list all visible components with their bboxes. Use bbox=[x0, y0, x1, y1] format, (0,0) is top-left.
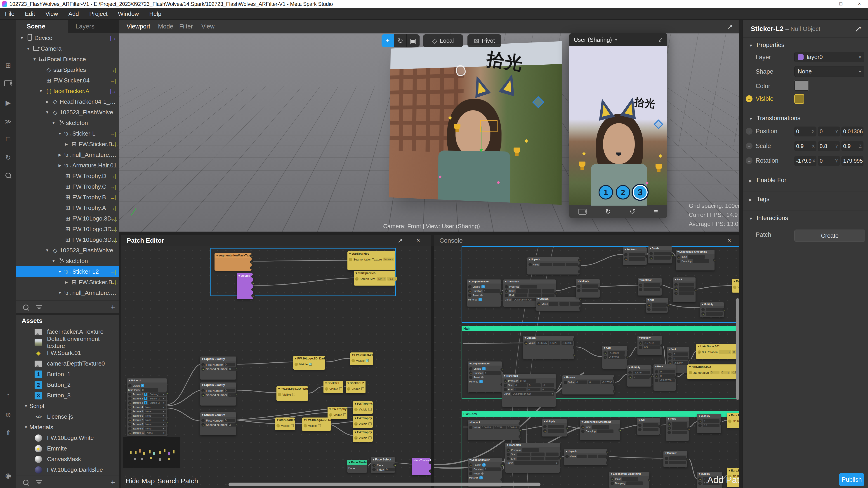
input-port[interactable]: → bbox=[325, 387, 328, 391]
input-port[interactable]: → bbox=[469, 426, 472, 429]
input-port[interactable]: → bbox=[372, 464, 376, 467]
node-header[interactable]: ▾ FW.Trophy.A bbox=[353, 416, 373, 421]
patch-node-unpack-hair-2[interactable]: ▾ Unpack→Value00-0.17838→→→ bbox=[562, 375, 614, 394]
node-header[interactable]: ▾ Face Finder bbox=[347, 460, 367, 465]
asset-item-default-environment-texture[interactable]: Default environment texture bbox=[16, 337, 119, 348]
value-field[interactable]: 0 bbox=[514, 388, 526, 391]
menu-help[interactable]: Help bbox=[149, 10, 161, 18]
node-header[interactable]: ▾ Transition bbox=[502, 374, 556, 378]
input-port[interactable]: → bbox=[674, 292, 678, 295]
patch-node-face-select[interactable]: ▾ Face Select→Face→Index0→ bbox=[371, 457, 395, 473]
input-port[interactable]: → bbox=[581, 425, 585, 429]
input-port[interactable]: → bbox=[638, 428, 642, 431]
input-port[interactable]: → bbox=[294, 363, 298, 366]
section-interactions[interactable]: ▼Interactions bbox=[749, 215, 788, 222]
scale-port-icon[interactable]: → bbox=[746, 142, 752, 149]
search-icon[interactable] bbox=[0, 171, 16, 181]
value-field[interactable]: 0 bbox=[703, 419, 719, 423]
output-port[interactable]: → bbox=[606, 461, 609, 464]
value-field[interactable] bbox=[540, 263, 552, 266]
value-field[interactable]: 0.5 bbox=[703, 424, 719, 427]
output-port[interactable]: → bbox=[519, 422, 522, 425]
output-port[interactable]: → bbox=[648, 478, 651, 482]
tab-layers-label[interactable]: Layers bbox=[75, 23, 94, 30]
input-port[interactable]: → bbox=[665, 461, 668, 464]
input-port[interactable]: → bbox=[505, 294, 508, 297]
value-field[interactable]: 3.7322 bbox=[549, 341, 560, 345]
node-header[interactable]: ▾ starSparkles bbox=[354, 271, 395, 275]
input-port[interactable]: → bbox=[355, 277, 359, 281]
output-port[interactable]: → bbox=[658, 425, 662, 428]
value-field[interactable] bbox=[643, 423, 658, 427]
value-field[interactable] bbox=[672, 431, 687, 434]
value-field[interactable]: 0 bbox=[659, 374, 675, 378]
output-port[interactable]: → bbox=[554, 292, 558, 295]
horizontal-scrollbar[interactable] bbox=[228, 483, 540, 486]
rotation-x-field[interactable]: -179.9X bbox=[794, 156, 816, 166]
node-header[interactable]: ▾ Multiply bbox=[700, 302, 724, 306]
visible-patch-port-icon[interactable]: → bbox=[746, 95, 752, 102]
scene-tree-item-fw-sticker-04[interactable]: ⊞FW.Sticker.04→| bbox=[16, 75, 119, 86]
checkbox[interactable] bbox=[291, 424, 294, 427]
checkbox[interactable]: ✓ bbox=[366, 359, 369, 362]
scale-x-field[interactable]: 0.9X bbox=[794, 141, 816, 151]
value-field[interactable] bbox=[669, 461, 686, 464]
output-port[interactable]: → bbox=[606, 456, 609, 459]
output-port[interactable]: → bbox=[686, 457, 689, 461]
input-port[interactable]: → bbox=[469, 468, 472, 471]
patch-node-pack-top[interactable]: ▾ Pack→→→→ bbox=[673, 278, 695, 302]
node-header[interactable]: ▾ Pack bbox=[667, 347, 689, 351]
asset-item-cameradepthtexture0[interactable]: cameraDepthTexture0 bbox=[16, 358, 119, 369]
value-field[interactable]: 434x bbox=[377, 277, 386, 281]
checkbox[interactable] bbox=[368, 422, 372, 425]
value-field[interactable] bbox=[582, 289, 598, 292]
checkbox[interactable] bbox=[339, 387, 342, 390]
output-port[interactable]: → bbox=[618, 428, 622, 432]
patch-node-fw-trophy-a[interactable]: ▾ FW.Trophy.A→Visible bbox=[353, 416, 373, 428]
tree-expand-toggle[interactable]: ▶ bbox=[57, 163, 63, 168]
scene-tree-item-sticker-l[interactable]: ▼↑0→Sticker-L→| bbox=[16, 128, 119, 139]
menu-file[interactable]: File bbox=[5, 10, 14, 18]
menu-view[interactable]: View bbox=[45, 10, 58, 18]
position-x-field[interactable]: 0X bbox=[794, 127, 816, 136]
node-header[interactable]: ▾ Unpack bbox=[562, 375, 614, 379]
position-port-icon[interactable]: → bbox=[746, 128, 752, 135]
input-port[interactable]: → bbox=[639, 288, 643, 291]
node-header[interactable]: ▾ Equals Exactly bbox=[200, 357, 236, 361]
input-port[interactable]: → bbox=[628, 371, 632, 375]
patch-node-fw-10logo-3d-white[interactable]: ▾ FW.10Logo.3D_White→Visible bbox=[276, 386, 308, 401]
input-port[interactable]: → bbox=[624, 253, 627, 256]
rotation-z-field[interactable]: 179.995Z bbox=[841, 156, 864, 166]
value-field[interactable]: 0 bbox=[528, 383, 540, 387]
tree-expand-toggle[interactable]: ▼ bbox=[50, 121, 57, 125]
scene-tree-item-skeleton[interactable]: ▼skeleton bbox=[16, 256, 119, 266]
output-port[interactable]: → bbox=[235, 392, 238, 396]
input-port[interactable]: → bbox=[469, 367, 472, 370]
input-port[interactable]: → bbox=[128, 431, 131, 435]
asset-item-license-js[interactable]: </>License.js bbox=[16, 412, 119, 422]
maximize-button[interactable]: □ bbox=[835, 0, 847, 8]
node-header[interactable]: ▾ FW.10Logo.3D_White bbox=[276, 386, 308, 391]
tree-expand-toggle[interactable]: ▶ bbox=[63, 280, 70, 285]
node-header[interactable]: ▾ Sticker-L bbox=[323, 381, 343, 386]
value-field[interactable] bbox=[692, 259, 709, 263]
value-field[interactable] bbox=[515, 293, 527, 297]
value-field[interactable]: -4.96675 bbox=[536, 341, 548, 345]
value-field[interactable]: 0.00655 bbox=[481, 426, 493, 429]
scene-tree-item-102523-flashwolves-hea[interactable]: ▼◇102523_FlashWolves_Hea... bbox=[16, 107, 119, 118]
output-port[interactable]: → bbox=[519, 435, 522, 438]
scene-tree-item-fw-sticker-b1-003[interactable]: ▶⊞FW.Sticker.B1.003→| bbox=[16, 139, 119, 150]
node-header[interactable]: ▾ FW.Sticker.04 bbox=[350, 352, 373, 357]
checkbox[interactable]: ✓ bbox=[483, 463, 486, 466]
input-port[interactable]: → bbox=[647, 303, 651, 307]
value-field[interactable]: 1 bbox=[484, 467, 501, 471]
menu-mode[interactable]: Mode bbox=[158, 23, 174, 30]
output-port[interactable]: → bbox=[598, 287, 601, 290]
node-header[interactable]: ▾ Unpack bbox=[564, 449, 608, 453]
output-port[interactable]: → bbox=[688, 358, 691, 362]
scene-tree-item-null-armature-ears-01[interactable]: ▼↑0→null_Armature.Ears.01 bbox=[16, 288, 119, 298]
gizmo-selection-rect[interactable] bbox=[480, 121, 498, 132]
node-header[interactable]: ▾ Multiply bbox=[663, 451, 687, 455]
scene-tree-item-armature-hair-01[interactable]: ▶↑0→Armature.Hair.01 bbox=[16, 160, 119, 171]
chevron-down-icon[interactable]: ▾ bbox=[615, 37, 617, 42]
